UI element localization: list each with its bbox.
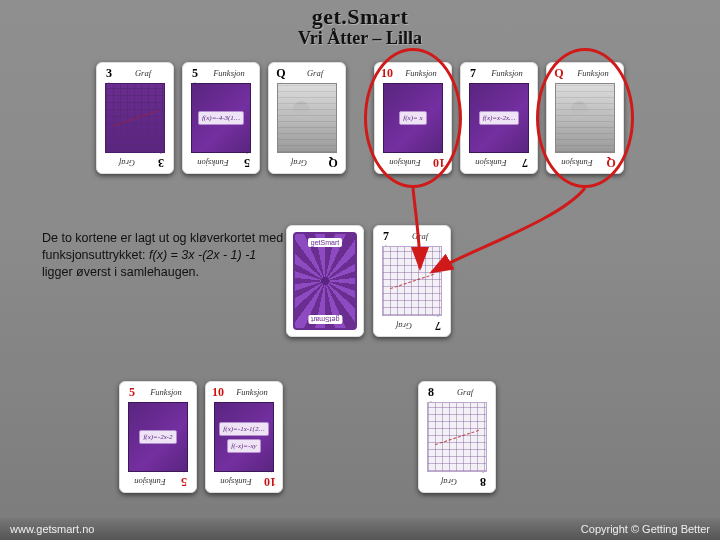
card-10-diamond: 10♦ 10♦ Funksjon Funksjon f(x)= x — [374, 62, 452, 174]
formula-box: f(x)=x-2x… — [479, 111, 520, 125]
card-q-diamond: Q♦ Q♦ Funksjon Funksjon — [546, 62, 624, 174]
footer-url: www.getsmart.no — [10, 523, 94, 535]
card-q-spade: Q♠ Q♠ Graf Graf — [268, 62, 346, 174]
card-art-graf — [105, 83, 165, 153]
card-art-face — [555, 83, 615, 153]
card-art-funksjon: f(x)=-4-3(1… — [191, 83, 251, 153]
formula-box: f(x)=-4-3(1… — [198, 111, 244, 125]
card-5-club: 5♣ 5♣ Funksjon Funksjon f(x)=-4-3(1… — [182, 62, 260, 174]
card-art-graf — [382, 246, 442, 316]
card-type-label: Graf — [117, 68, 169, 78]
card-7-club-pile: 7♣ 7♣ Graf Graf — [373, 225, 451, 337]
description-text: De to kortene er lagt ut og kløverkortet… — [42, 230, 302, 281]
footer-copyright: Copyright © Getting Better — [581, 523, 710, 535]
card-art-graf — [427, 402, 487, 472]
formula-box: f(x)=-1x-1(2… — [219, 422, 268, 436]
formula-box: f(x)=-2x-2 — [139, 430, 176, 444]
formula-box: f(x)= x — [399, 111, 426, 125]
card-7-spade: 7♠ 7♠ Funksjon Funksjon f(x)=x-2x… — [460, 62, 538, 174]
page-subtitle: Vri Åtter – Lilla — [0, 28, 720, 49]
card-3-club: 3♣ 3♣ Graf Graf — [96, 62, 174, 174]
card-8-club: 8♣ 8♣ Graf Graf — [418, 381, 496, 493]
title-block: get.Smart Vri Åtter – Lilla — [0, 4, 720, 49]
card-5-diamond: 5♦ 5♦ Funksjon Funksjon f(x)=-2x-2 — [119, 381, 197, 493]
footer-bar: www.getsmart.no Copyright © Getting Bett… — [0, 518, 720, 540]
page-title: get.Smart — [0, 4, 720, 30]
brand-label: getSmart — [308, 238, 342, 247]
formula-text: f(x) = 3x -(2x - 1) -1 — [149, 248, 256, 262]
card-10-heart: 10♥ 10♥ Funksjon Funksjon f(x)=-1x-1(2… … — [205, 381, 283, 493]
card-art-face — [277, 83, 337, 153]
card-art-back: getSmart getSmart — [293, 232, 357, 330]
formula-box: f(-x)=-xy — [227, 439, 260, 453]
